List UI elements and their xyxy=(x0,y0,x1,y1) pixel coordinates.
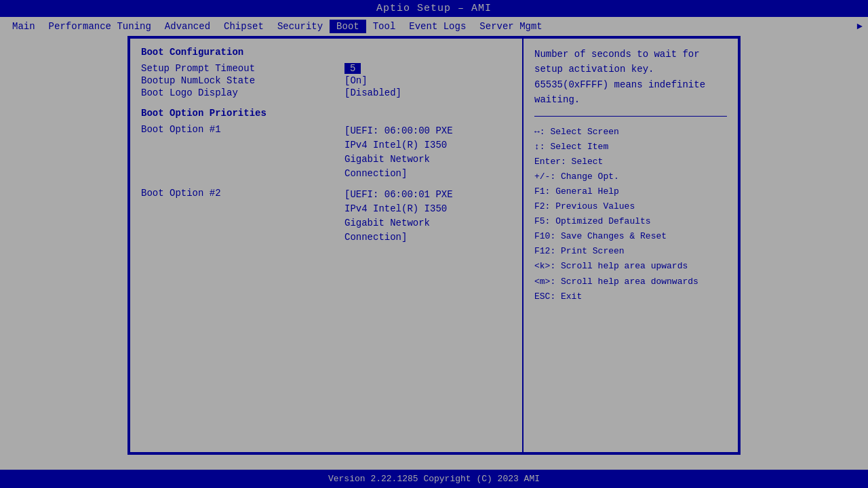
shortcut-item: <k>: Scroll help area upwards xyxy=(534,259,727,274)
right-panel: Number of seconds to wait forsetup activ… xyxy=(524,39,738,452)
config-value: [Disabled] xyxy=(344,87,401,98)
title-text: Aptio Setup – AMI xyxy=(376,3,492,14)
help-line: Number of seconds to wait for xyxy=(534,47,727,62)
shortcut-item: +/-: Change Opt. xyxy=(534,169,727,184)
left-panel: Boot Configuration Setup Prompt Timeout5… xyxy=(130,39,524,452)
shortcut-item: ↕: Select Item xyxy=(534,140,727,155)
config-row: Setup Prompt Timeout5 xyxy=(141,63,511,74)
main-content: Boot Configuration Setup Prompt Timeout5… xyxy=(129,37,739,453)
config-label: Setup Prompt Timeout xyxy=(141,63,344,74)
shortcut-item: F12: Print Screen xyxy=(534,244,727,259)
footer: Version 2.22.1285 Copyright (C) 2023 AMI xyxy=(0,470,868,488)
nav-item-server-mgmt[interactable]: Server Mgmt xyxy=(473,20,549,33)
shortcut-item: Enter: Select xyxy=(534,155,727,169)
nav-bar: MainPerformance TuningAdvancedChipsetSec… xyxy=(0,17,868,36)
nav-item-chipset[interactable]: Chipset xyxy=(217,20,271,33)
shortcut-item: <m>: Scroll help area downwards xyxy=(534,274,727,289)
divider xyxy=(534,116,727,117)
config-row: Boot Logo Display[Disabled] xyxy=(141,87,511,98)
nav-item-advanced[interactable]: Advanced xyxy=(158,20,217,33)
boot-option-row-2: Boot Option #2[UEFI: 06:00:01 PXEIPv4 In… xyxy=(141,188,511,245)
nav-item-security[interactable]: Security xyxy=(271,20,330,33)
config-rows: Setup Prompt Timeout5Bootup NumLock Stat… xyxy=(141,63,511,98)
shortcut-item: F10: Save Changes & Reset xyxy=(534,229,727,244)
footer-text: Version 2.22.1285 Copyright (C) 2023 AMI xyxy=(328,474,540,484)
help-line: waiting. xyxy=(534,92,727,107)
boot-option-value: [UEFI: 06:00:00 PXEIPv4 Intel(R) I350Gig… xyxy=(344,124,453,181)
shortcut-item: ESC: Exit xyxy=(534,289,727,304)
help-line: setup activation key. xyxy=(534,62,727,77)
boot-option-row-1: Boot Option #1[UEFI: 06:00:00 PXEIPv4 In… xyxy=(141,124,511,181)
title-bar: Aptio Setup – AMI xyxy=(0,0,868,17)
nav-item-event-logs[interactable]: Event Logs xyxy=(402,20,473,33)
help-line: 65535(0xFFFF) means indefinite xyxy=(534,77,727,92)
nav-arrow-right[interactable]: ► xyxy=(857,21,863,32)
config-label: Boot Logo Display xyxy=(141,87,344,98)
boot-options: Boot Option #1[UEFI: 06:00:00 PXEIPv4 In… xyxy=(141,124,511,245)
shortcut-item: ↔: Select Screen xyxy=(534,125,727,140)
boot-priorities-title: Boot Option Priorities xyxy=(141,108,511,119)
boot-option-value: [UEFI: 06:00:01 PXEIPv4 Intel(R) I350Gig… xyxy=(344,188,453,245)
shortcuts-list: ↔: Select Screen↕: Select ItemEnter: Sel… xyxy=(534,125,727,304)
nav-item-tool[interactable]: Tool xyxy=(366,20,403,33)
config-row: Bootup NumLock State[On] xyxy=(141,75,511,86)
nav-item-boot[interactable]: Boot xyxy=(330,20,366,33)
help-text: Number of seconds to wait forsetup activ… xyxy=(534,47,727,108)
nav-item-performance-tuning[interactable]: Performance Tuning xyxy=(42,20,158,33)
shortcut-item: F2: Previous Values xyxy=(534,199,727,214)
boot-option-label: Boot Option #1 xyxy=(141,124,344,135)
nav-item-main[interactable]: Main xyxy=(5,20,42,33)
boot-config-title: Boot Configuration xyxy=(141,47,511,58)
config-label: Bootup NumLock State xyxy=(141,75,344,86)
boot-option-label: Boot Option #2 xyxy=(141,188,344,199)
config-value: [On] xyxy=(344,75,368,86)
shortcut-item: F5: Optimized Defaults xyxy=(534,214,727,229)
shortcut-item: F1: General Help xyxy=(534,184,727,199)
config-value[interactable]: 5 xyxy=(344,63,361,74)
